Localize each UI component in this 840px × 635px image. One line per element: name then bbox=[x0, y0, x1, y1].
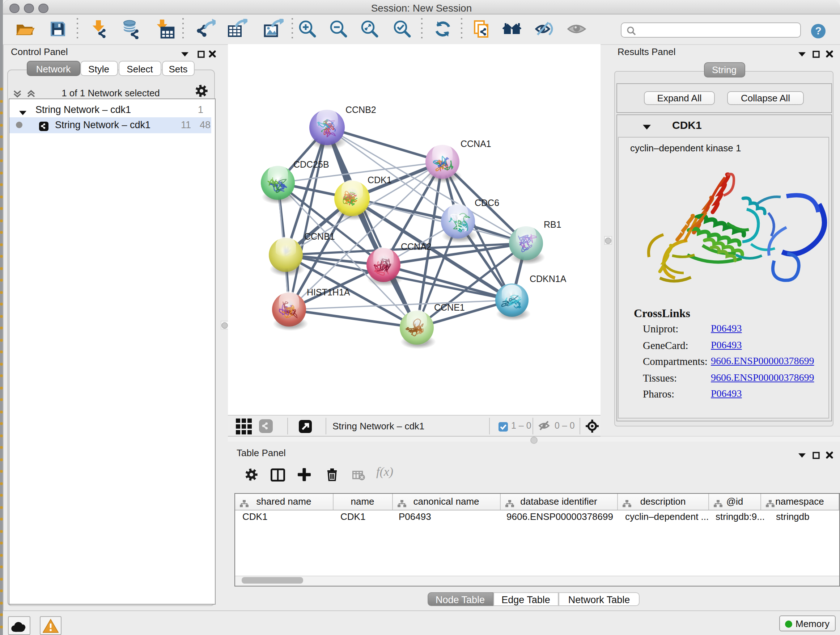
svg-text:CCNE1: CCNE1 bbox=[434, 302, 464, 312]
svg-text:CDK1: CDK1 bbox=[367, 175, 392, 185]
svg-text:CDC25B: CDC25B bbox=[293, 159, 329, 169]
svg-text:CDKN1A: CDKN1A bbox=[529, 274, 566, 284]
svg-text:CDC6: CDC6 bbox=[474, 198, 499, 208]
svg-text:CCNA2: CCNA2 bbox=[401, 241, 431, 252]
svg-text:?: ? bbox=[815, 25, 821, 36]
svg-text:RB1: RB1 bbox=[543, 219, 561, 230]
svg-text:CCNB1: CCNB1 bbox=[304, 231, 335, 241]
svg-text:HIST1H1A: HIST1H1A bbox=[306, 287, 350, 297]
svg-text:CCNB2: CCNB2 bbox=[345, 105, 376, 115]
svg-text:CCNA1: CCNA1 bbox=[460, 139, 491, 149]
